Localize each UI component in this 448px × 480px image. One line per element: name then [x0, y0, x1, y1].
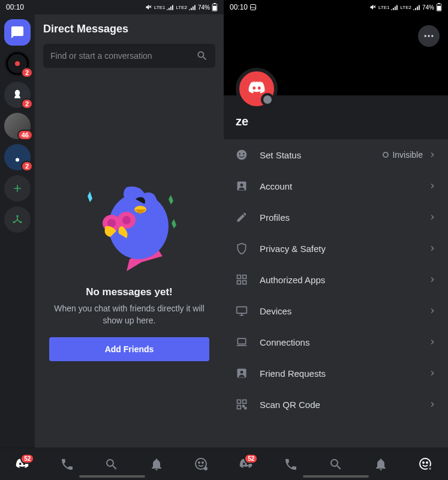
emoji-icon	[419, 457, 433, 472]
student-hub-button[interactable]	[4, 206, 31, 233]
setting-label: Account	[260, 181, 428, 191]
page-title: Direct Messages	[43, 23, 215, 35]
battery-icon	[212, 3, 218, 11]
nav-search[interactable]	[323, 451, 349, 478]
plus-icon	[11, 182, 23, 194]
person-icon	[234, 367, 249, 379]
friends-icon	[60, 457, 74, 472]
friends-icon	[284, 457, 298, 472]
server-item[interactable]: 2	[4, 82, 31, 108]
hub-icon	[11, 214, 23, 226]
screen-settings: 00:10 LTE1 LTE2 74% ze	[224, 0, 448, 480]
more-button[interactable]	[418, 25, 440, 47]
setting-set-status[interactable]: Set Status Invisible	[224, 139, 448, 170]
add-friends-button[interactable]: Add Friends	[49, 337, 209, 361]
battery-icon	[436, 3, 442, 11]
nav-profile[interactable]	[188, 451, 215, 478]
svg-rect-38	[243, 400, 246, 404]
svg-point-10	[122, 216, 131, 224]
svg-point-44	[426, 462, 428, 463]
svg-rect-19	[437, 6, 441, 11]
profile-banner	[224, 14, 448, 95]
search-input[interactable]	[50, 51, 196, 61]
status-icon	[234, 149, 249, 161]
nav-profile[interactable]	[413, 451, 439, 478]
server-item[interactable]: 2	[4, 50, 31, 77]
empty-title: No messages yet!	[86, 286, 173, 298]
emoji-icon	[194, 457, 209, 472]
server-rail: 2 2 46 2	[0, 14, 35, 448]
setting-label: Authorized Apps	[260, 275, 428, 285]
server-item[interactable]: 46	[4, 113, 31, 139]
nav-notifications[interactable]	[143, 451, 170, 478]
setting-label: Connections	[260, 337, 428, 347]
svg-rect-31	[237, 281, 241, 284]
setting-authorized-apps[interactable]: Authorized Apps	[224, 264, 448, 295]
signal-icon	[167, 4, 174, 10]
screen-direct-messages: 00:10 LTE1 LTE2 74% 2 2	[0, 0, 224, 480]
status-indicators: LTE1 LTE2 74%	[369, 3, 442, 11]
account-icon	[234, 180, 249, 192]
svg-rect-39	[237, 406, 241, 409]
svg-point-25	[239, 153, 240, 155]
notification-badge: 2	[21, 98, 33, 109]
dm-button[interactable]	[4, 19, 31, 46]
setting-label: Privacy & Safety	[260, 244, 428, 254]
svg-point-45	[428, 467, 432, 470]
image-icon	[249, 4, 257, 11]
setting-devices[interactable]: Devices	[224, 295, 448, 326]
nav-notifications[interactable]	[368, 451, 394, 478]
add-server-button[interactable]	[4, 175, 31, 202]
chat-icon	[10, 25, 25, 40]
svg-point-22	[428, 35, 429, 37]
qr-icon	[234, 398, 249, 410]
status-value: Invisible	[383, 150, 423, 160]
svg-point-5	[20, 221, 22, 223]
nav-discord[interactable]: 52	[233, 451, 259, 478]
svg-rect-40	[243, 406, 245, 407]
setting-privacy[interactable]: Privacy & Safety	[224, 233, 448, 264]
home-indicator[interactable]	[79, 475, 145, 478]
setting-friend-requests[interactable]: Friend Requests	[224, 358, 448, 389]
nav-friends[interactable]	[54, 451, 80, 478]
status-time: 00:10	[230, 3, 257, 11]
svg-point-4	[13, 221, 15, 223]
empty-state: No messages yet! When you chat with frie…	[43, 80, 215, 448]
nav-discord[interactable]: 52	[9, 451, 35, 478]
svg-rect-1	[213, 6, 217, 11]
chevron-right-icon	[428, 212, 437, 222]
svg-rect-2	[214, 3, 215, 4]
laptop-icon	[234, 336, 249, 348]
svg-point-36	[240, 371, 243, 374]
svg-point-43	[423, 462, 424, 463]
chevron-right-icon	[428, 400, 437, 409]
more-icon	[423, 30, 435, 42]
svg-rect-30	[243, 275, 246, 279]
setting-scan-qr[interactable]: Scan QR Code	[224, 389, 448, 420]
nav-badge: 52	[244, 454, 258, 464]
setting-label: Devices	[260, 306, 428, 316]
svg-rect-11	[118, 219, 122, 225]
svg-rect-34	[237, 338, 245, 344]
notification-badge: 46	[17, 130, 33, 140]
mute-icon	[145, 4, 152, 11]
svg-point-14	[199, 462, 200, 463]
mute-icon	[369, 4, 377, 11]
server-item[interactable]: 2	[4, 144, 31, 170]
chevron-right-icon	[428, 181, 437, 191]
dm-panel: Direct Messages	[35, 14, 224, 448]
bell-icon	[374, 457, 388, 472]
nav-friends[interactable]	[278, 451, 304, 478]
svg-point-15	[202, 462, 203, 463]
nav-search[interactable]	[98, 451, 125, 478]
signal-icon	[391, 4, 398, 10]
setting-label: Friend Requests	[260, 368, 428, 379]
svg-rect-20	[438, 3, 440, 4]
setting-profiles[interactable]: Profiles	[224, 202, 448, 233]
home-indicator[interactable]	[303, 475, 369, 478]
avatar[interactable]	[236, 68, 278, 110]
setting-connections[interactable]: Connections	[224, 326, 448, 358]
svg-point-23	[431, 35, 433, 37]
search-box[interactable]	[43, 44, 215, 68]
setting-account[interactable]: Account	[224, 170, 448, 202]
